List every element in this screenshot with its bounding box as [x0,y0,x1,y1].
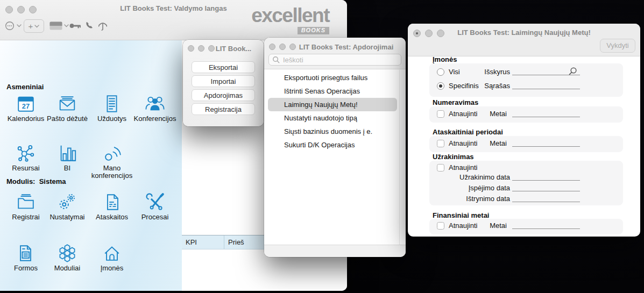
launcher-moduliai[interactable]: Moduliai [44,242,91,272]
uzrakinimas-atnaujinti-checkbox[interactable] [437,164,444,171]
list-item[interactable]: Siųsti bazinius duomenis į e. [268,125,397,138]
eksportai-button[interactable]: Eksportai [192,61,255,73]
launcher-label: Moduliai [44,265,91,272]
column-header-kpi[interactable]: KPI [182,235,224,249]
logo-text: excellent [226,5,329,25]
launcher-procesai[interactable]: Procesai [131,191,179,221]
periodai-metai-field[interactable] [512,137,580,147]
close-button[interactable] [413,30,421,37]
registracija-button[interactable]: Registracija [192,103,255,115]
menu-window-title: LIT Book... [208,45,259,53]
search-input[interactable] [282,55,398,65]
launcher-bi[interactable]: BI [44,142,91,172]
sarasas-field[interactable] [512,79,580,89]
launcher-label: Pašto dėžutė [44,115,91,123]
numeravimas-metai-field[interactable] [512,107,580,117]
antenna-button[interactable] [97,20,108,31]
task-titlebar[interactable]: LIT Books Test: Laimingų Naujųjų Metų! V… [408,24,640,56]
calendar-icon: 27 [2,93,49,115]
lookup-magnifier-icon[interactable] [568,67,577,78]
istrynimo-data-field[interactable] [512,192,580,202]
apps-menu-icon [4,20,15,31]
apdorojimai-footer [264,245,406,257]
list-item-selected[interactable]: Laimingų Naujųjų Metų! [268,98,397,111]
minimize-button[interactable] [198,45,204,52]
form-icon [2,242,49,264]
plus-icon: + [29,22,33,30]
launcher-panel: Asmeniniai 27 Kalendorius Pašto dėžutė [0,40,182,291]
ispejimo-data-field[interactable] [512,181,580,191]
numeravimas-metai-label: Metai [429,110,507,118]
launcher-konferencijos[interactable]: Konferencijos [131,93,179,123]
apdorojimai-window-title: LIT Books Test: Apdorojimai [291,43,401,51]
gears-icon [44,191,91,213]
desktop: { "colors": { "accent_blue": "#1d86c8", … [0,0,644,293]
launcher-label: Resursai [2,165,49,172]
search-icon [272,56,280,63]
launcher-resursai[interactable]: Resursai [2,142,49,172]
launcher-nustatymai[interactable]: Nustatymai [44,191,91,221]
key-icon [69,22,82,30]
house-icon [88,242,136,264]
launcher-ataskaitos[interactable]: Ataskaitos [88,191,136,221]
uzrakinimo-data-label: Užrakinimo data [429,173,510,181]
group-title-periodai: Ataskaitiniai periodai [433,128,503,136]
antenna-icon [97,20,108,31]
panel-button[interactable] [49,22,69,30]
scrollbar-gutter[interactable] [399,70,400,245]
chevron-down-icon [17,24,22,27]
list-item[interactable]: Sukurti D/K Operacijas [268,138,397,152]
launcher-label: Užduotys [88,115,136,123]
isskyrus-label: Išskyrus [429,68,510,76]
periodai-metai-label: Metai [429,139,507,147]
close-button[interactable] [188,45,194,52]
istrynimo-data-label: Ištrynimo data [429,195,510,203]
launcher-registrai[interactable]: Registrai [2,191,49,221]
add-button[interactable]: + [24,19,44,33]
search-field[interactable] [268,54,401,66]
launcher-label: Formos [2,265,49,272]
mailbox-icon [44,93,91,115]
launcher-label: BI [44,165,91,172]
launcher-label: Mano konferencijos [88,165,136,180]
launcher-kalendorius[interactable]: 27 Kalendorius [2,93,49,123]
importai-button[interactable]: Importai [192,75,255,87]
bar-chart-icon [44,142,91,164]
group-title-numeravimas: Numeravimas [433,98,478,106]
list-item[interactable]: Eksportuoti prisegtus failus [268,71,397,84]
finansiniai-metai-field[interactable] [512,219,580,229]
close-button[interactable] [269,44,275,50]
section-title-personal: Asmeniniai [6,83,44,91]
main-window-titlebar[interactable]: LIT Books Test: Valdymo langas + [0,0,347,40]
list-item[interactable]: Nustatyti naudotojo tipą [268,111,397,125]
minimize-button[interactable] [425,30,433,37]
chevron-down-icon [64,24,69,27]
launcher-label: Konferencijos [131,115,179,123]
vykdyti-button[interactable]: Vykdyti [600,39,635,53]
launcher-formos[interactable]: Formos [2,242,49,272]
uzrakinimo-data-field[interactable] [512,170,580,181]
launcher-pasto-dezute[interactable]: Pašto dėžutė [44,93,91,123]
list-item[interactable]: Ištrinti Senas Operacijas [268,84,397,98]
launcher-label: Nustatymai [44,213,91,221]
task-window: LIT Books Test: Laimingų Naujųjų Metų! V… [408,24,640,237]
phone-button[interactable] [84,20,94,30]
launcher-mano-konferencijos[interactable]: Mano konferencijos [88,142,136,180]
launcher-imones[interactable]: Įmonės [88,242,136,272]
key-button[interactable] [69,22,82,30]
group-title-imones: Įmonės [433,55,457,63]
panel-icon [49,22,62,30]
apdorojimas-button[interactable]: Apdorojimas [192,89,255,101]
apdorojimai-titlebar[interactable]: LIT Books Test: Apdorojimai [264,38,406,69]
column-header-pries[interactable]: Prieš [224,235,244,249]
chevron-down-icon [34,25,39,28]
logo-badge: BOOKS [298,27,329,34]
uzrakinimas-atnaujinti-label: Atnaujinti [449,163,477,171]
launcher-uzduotys[interactable]: Užduotys [88,93,136,123]
hexagons-icon [44,242,91,264]
sarasas-label: Sąrašas [429,82,510,90]
minimize-button[interactable] [279,44,286,50]
apps-menu-button[interactable] [4,20,22,31]
group-title-uzrakinimas: Užrakinimas [433,153,474,161]
launcher-label: Procesai [131,213,179,221]
